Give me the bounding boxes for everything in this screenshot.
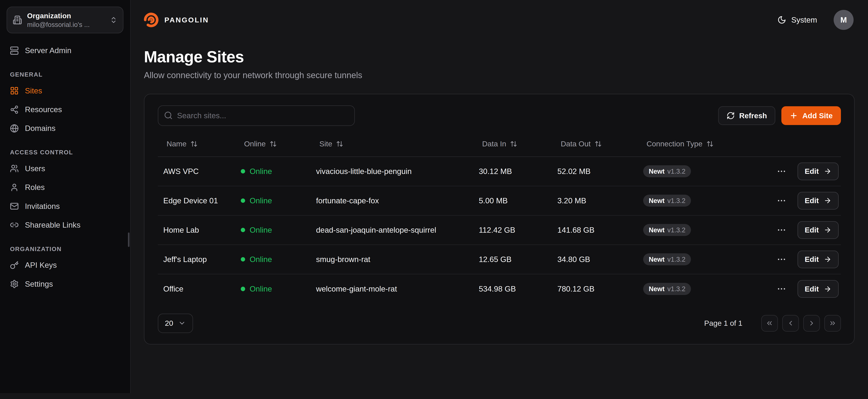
row-menu-button[interactable]: [774, 252, 789, 267]
edit-label: Edit: [805, 167, 819, 176]
online-status-label: Online: [250, 167, 272, 176]
column-header-data-in[interactable]: Data In: [473, 140, 517, 148]
theme-label: System: [791, 16, 817, 24]
column-header-connection-type[interactable]: Connection Type: [638, 140, 713, 148]
sidebar-item-label: API Keys: [25, 261, 57, 270]
edit-button[interactable]: Edit: [798, 162, 839, 180]
data-out-cell: 52.02 MB: [552, 167, 638, 176]
add-site-button[interactable]: Add Site: [781, 106, 841, 125]
column-label: Data In: [482, 140, 506, 148]
site-name-cell: Jeff's Laptop: [158, 255, 235, 264]
chevron-down-icon: [178, 319, 186, 327]
sidebar-item-resources[interactable]: Resources: [7, 100, 123, 119]
ellipsis-icon: [776, 196, 786, 206]
card-footer: 20 Page 1 of 1: [158, 304, 841, 333]
site-name-cell: Home Lab: [158, 226, 235, 235]
org-text: Organization milo@fossorial.io's ...: [27, 11, 105, 29]
connection-type-cell: Newt v1.3.2: [638, 283, 770, 295]
sidebar-item-domains[interactable]: Domains: [7, 119, 123, 138]
connection-type-cell: Newt v1.3.2: [638, 253, 770, 266]
search-icon: [164, 111, 173, 120]
sidebar-item-settings[interactable]: Settings: [7, 275, 123, 293]
connection-version: v1.3.2: [667, 285, 685, 293]
sites-table: Name Online Site Data In: [158, 131, 841, 304]
sort-icon: [190, 140, 197, 147]
sidebar-item-shareable-links[interactable]: Shareable Links: [7, 216, 123, 235]
org-name: Organization: [27, 11, 105, 21]
theme-toggle-button[interactable]: System: [773, 12, 822, 28]
next-page-button[interactable]: [803, 315, 820, 332]
chevrons-left-icon: [766, 319, 773, 327]
page-size-select[interactable]: 20: [158, 314, 193, 333]
connection-type-cell: Newt v1.3.2: [638, 165, 770, 178]
site-tunnel-cell: fortunate-cape-fox: [311, 196, 473, 205]
row-menu-button[interactable]: [774, 223, 789, 237]
sidebar-item-label: Sites: [25, 87, 42, 95]
users-icon: [10, 164, 19, 173]
sites-toolbar: Refresh Add Site: [158, 105, 841, 126]
edit-button[interactable]: Edit: [798, 221, 839, 239]
link-icon: [10, 220, 19, 229]
site-tunnel-cell: smug-brown-rat: [311, 255, 473, 264]
sidebar-item-server-admin[interactable]: Server Admin: [7, 41, 123, 60]
row-actions-cell: Edit: [771, 162, 841, 180]
connection-client: Newt: [649, 285, 664, 293]
edit-label: Edit: [805, 226, 819, 234]
sidebar-item-roles[interactable]: Roles: [7, 178, 123, 197]
column-label: Online: [244, 140, 266, 148]
sidebar: Organization milo@fossorial.io's ... Ser…: [0, 0, 131, 393]
sort-icon: [706, 140, 713, 147]
refresh-button[interactable]: Refresh: [718, 106, 775, 125]
sidebar-item-invitations[interactable]: Invitations: [7, 197, 123, 215]
row-actions-cell: Edit: [771, 280, 841, 298]
connection-client: Newt: [649, 255, 664, 263]
table-header: Name Online Site Data In: [158, 131, 841, 157]
connection-type-badge: Newt v1.3.2: [643, 224, 691, 236]
column-header-name[interactable]: Name: [158, 140, 198, 148]
online-status-label: Online: [250, 226, 272, 235]
site-name-cell: AWS VPC: [158, 167, 235, 176]
row-menu-button[interactable]: [774, 164, 789, 179]
connection-type-badge: Newt v1.3.2: [643, 165, 691, 178]
edit-label: Edit: [805, 196, 819, 205]
data-out-cell: 141.68 GB: [552, 226, 638, 235]
page-size-value: 20: [165, 319, 173, 328]
site-status-cell: Online: [235, 255, 311, 264]
sidebar-item-users[interactable]: Users: [7, 159, 123, 178]
refresh-label: Refresh: [739, 112, 767, 120]
sort-icon: [595, 140, 602, 147]
edit-button[interactable]: Edit: [798, 280, 839, 298]
sidebar-item-api-keys[interactable]: API Keys: [7, 256, 123, 275]
edit-button[interactable]: Edit: [798, 250, 839, 268]
connection-type-cell: Newt v1.3.2: [638, 224, 770, 236]
ellipsis-icon: [776, 225, 786, 235]
online-status-dot: [241, 169, 245, 174]
column-header-site[interactable]: Site: [311, 140, 343, 148]
column-header-data-out[interactable]: Data Out: [552, 140, 602, 148]
connection-version: v1.3.2: [667, 255, 685, 263]
row-menu-button[interactable]: [774, 282, 789, 296]
arrow-right-icon: [824, 226, 832, 234]
column-header-online[interactable]: Online: [235, 140, 277, 148]
page-subtitle: Allow connectivity to your network throu…: [144, 70, 855, 80]
app-root: Organization milo@fossorial.io's ... Ser…: [0, 0, 868, 393]
connection-version: v1.3.2: [667, 197, 685, 205]
row-menu-button[interactable]: [774, 193, 789, 208]
avatar[interactable]: M: [834, 10, 854, 30]
online-status-dot: [241, 257, 245, 262]
first-page-button[interactable]: [761, 315, 778, 332]
search-input[interactable]: [158, 105, 355, 126]
site-status-cell: Online: [235, 226, 311, 235]
org-selector[interactable]: Organization milo@fossorial.io's ...: [7, 7, 123, 33]
chevron-right-icon: [808, 319, 815, 327]
edit-button[interactable]: Edit: [798, 192, 839, 210]
main-area: PANGOLIN System M Manage Sites Allow con…: [131, 0, 868, 393]
pangolin-logo-icon: [143, 12, 159, 28]
sidebar-item-sites[interactable]: Sites: [7, 81, 123, 100]
last-page-button[interactable]: [824, 315, 841, 332]
prev-page-button[interactable]: [782, 315, 799, 332]
pagination: Page 1 of 1: [704, 315, 841, 332]
page-content: Manage Sites Allow connectivity to your …: [131, 40, 868, 345]
connection-type-badge: Newt v1.3.2: [643, 195, 691, 207]
sidebar-scrollbar-thumb[interactable]: [128, 233, 130, 247]
